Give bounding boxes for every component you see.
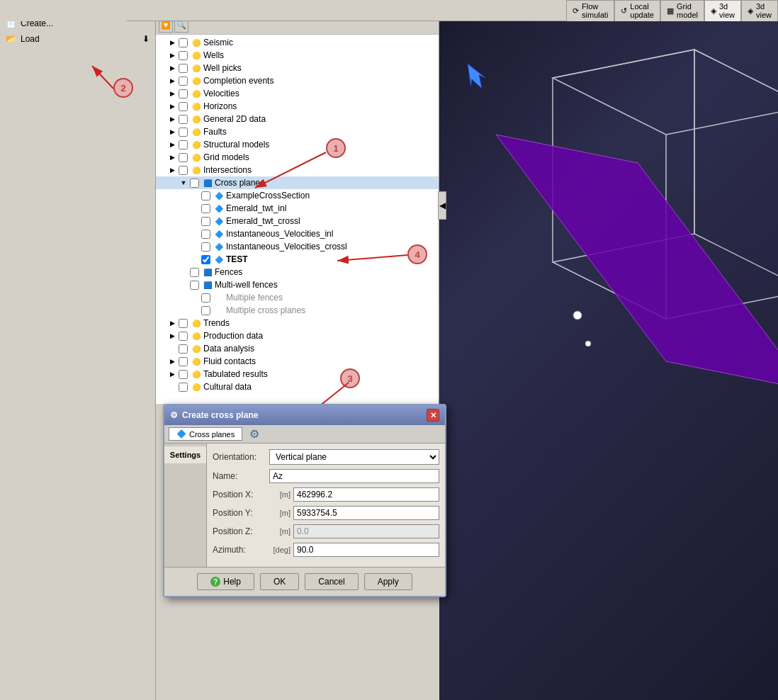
tree-expand-structural[interactable]: ▶ <box>167 140 177 149</box>
tree-item-horizons[interactable]: ▶🟡Horizons <box>156 100 439 113</box>
tree-item-production[interactable]: ▶🟡Production data <box>156 329 439 342</box>
tree-check-analysis[interactable] <box>179 344 188 354</box>
collapse-handle[interactable]: ◀ <box>438 191 446 220</box>
tree-check-fences[interactable] <box>190 268 199 277</box>
ok-button[interactable]: OK <box>260 573 299 590</box>
tree-check-example[interactable] <box>201 191 210 201</box>
tree-item-cultural[interactable]: 🟡Cultural data <box>156 380 439 393</box>
orientation-row: Orientation: Vertical plane <box>213 449 439 465</box>
tree-check-well_picks[interactable] <box>179 64 188 73</box>
tree-item-crossplanes[interactable]: ▼🟦Cross planes <box>156 176 439 189</box>
tree-item-multiwell[interactable]: 🟦Multi-well fences <box>156 278 439 291</box>
tree-expand-completion[interactable]: ▶ <box>167 76 177 86</box>
tree-check-faults[interactable] <box>179 128 188 137</box>
tree-item-emerald_crossl[interactable]: 🔷Emerald_twt_crossl <box>156 215 439 227</box>
tree-check-production[interactable] <box>179 332 188 341</box>
tree-check-instantaneous_inl[interactable] <box>201 230 210 239</box>
tree-expand-faults[interactable]: ▶ <box>167 127 177 137</box>
tab-3d-view-2[interactable]: ◈ 3d view <box>741 0 778 21</box>
orientation-select[interactable]: Vertical plane <box>269 449 439 465</box>
tree-item-fences[interactable]: 🟦Fences <box>156 266 439 278</box>
pos-x-input[interactable] <box>293 487 439 502</box>
dialog-sidebar-settings[interactable]: Settings <box>164 446 206 463</box>
tree-item-structural[interactable]: ▶🟡Structural models <box>156 138 439 151</box>
tree-item-tabulated[interactable]: ▶🟡Tabulated results <box>156 368 439 380</box>
tree-check-structural[interactable] <box>179 140 188 149</box>
tree-item-general2d[interactable]: ▶🟡General 2D data <box>156 113 439 125</box>
tab-3d-view-1[interactable]: ◈ 3d view <box>704 0 741 21</box>
tree-check-test[interactable] <box>201 255 210 264</box>
tree-expand-seismic[interactable]: ▶ <box>167 38 177 47</box>
tree-expand-general2d[interactable]: ▶ <box>167 114 177 124</box>
tree-check-fluid[interactable] <box>179 357 188 366</box>
tree-item-fluid[interactable]: ▶🟡Fluid contacts <box>156 355 439 368</box>
tree-expand-production[interactable]: ▶ <box>167 331 177 341</box>
tree-check-emerald_inl[interactable] <box>201 204 210 213</box>
tab-local-update[interactable]: ↺ Local update <box>614 0 660 21</box>
tree-expand-fluid[interactable]: ▶ <box>167 356 177 366</box>
tree-check-tabulated[interactable] <box>179 370 188 379</box>
apply-button[interactable]: Apply <box>364 573 412 590</box>
name-input[interactable] <box>269 469 439 483</box>
tree-check-gridmodels[interactable] <box>179 153 188 162</box>
azimuth-input[interactable] <box>293 543 439 557</box>
tree-check-completion[interactable] <box>179 77 188 86</box>
tree-check-seismic[interactable] <box>179 38 188 47</box>
tree-expand-gridmodels[interactable]: ▶ <box>167 152 177 162</box>
tree-expand-tabulated[interactable]: ▶ <box>167 369 177 379</box>
tree-check-multiplecross[interactable] <box>201 306 210 315</box>
tree-check-intersections[interactable] <box>179 166 188 175</box>
tree-expand-intersections[interactable]: ▶ <box>167 165 177 175</box>
tree-item-trends[interactable]: ▶🟡Trends <box>156 317 439 329</box>
tab-flow-sim[interactable]: ⟳ Flow simulati <box>566 0 614 21</box>
tree-item-test[interactable]: 🔷TEST <box>156 253 439 266</box>
tree-expand-velocities[interactable]: ▶ <box>167 89 177 98</box>
local-update-label: Local update <box>630 2 654 19</box>
cancel-button[interactable]: Cancel <box>305 573 358 590</box>
tree-expand-crossplanes[interactable]: ▼ <box>179 178 188 188</box>
tree-check-crossplanes[interactable] <box>190 179 199 188</box>
tree-item-intersections[interactable]: ▶🟡Intersections <box>156 164 439 176</box>
tree-item-gridmodels[interactable]: ▶🟡Grid models <box>156 151 439 164</box>
tree-item-completion[interactable]: ▶🟡Completion events <box>156 74 439 87</box>
dialog-settings-gear-icon[interactable]: ⚙ <box>249 427 259 441</box>
tree-check-instantaneous_crossl[interactable] <box>201 242 210 252</box>
tree-check-emerald_crossl[interactable] <box>201 217 210 226</box>
tree-check-cultural[interactable] <box>179 383 188 392</box>
tree-check-wells[interactable] <box>179 51 188 60</box>
tree-check-trends[interactable] <box>179 319 188 328</box>
tree-expand-horizons[interactable]: ▶ <box>167 101 177 111</box>
tree-item-seismic[interactable]: ▶🟡Seismic <box>156 36 439 49</box>
tree-check-horizons[interactable] <box>179 102 188 111</box>
tree-item-well_picks[interactable]: ▶🟡Well picks <box>156 62 439 74</box>
callout-3: 3 <box>340 368 360 388</box>
tree-item-velocities[interactable]: ▶🟡Velocities <box>156 87 439 100</box>
tree-item-emerald_inl[interactable]: 🔷Emerald_twt_inl <box>156 202 439 215</box>
load-action[interactable]: 📂 Load ⬇ <box>0 31 155 47</box>
tree-check-velocities[interactable] <box>179 89 188 98</box>
azimuth-unit: [deg] <box>269 546 291 554</box>
tree-item-example[interactable]: 🔷ExampleCrossSection <box>156 189 439 202</box>
dialog-tab-crossplanes[interactable]: 🔷 Cross planes <box>169 427 242 441</box>
tree-item-instantaneous_crossl[interactable]: 🔷Instantaneous_Velocities_crossl <box>156 240 439 253</box>
viewport-3d[interactable] <box>439 21 778 700</box>
tree-expand-well_picks[interactable]: ▶ <box>167 63 177 73</box>
dialog-tab-icon: 🔷 <box>176 429 186 439</box>
tree-expand-wells[interactable]: ▶ <box>167 50 177 60</box>
tree-expand-trends[interactable]: ▶ <box>167 318 177 328</box>
tree-item-wells[interactable]: ▶🟡Wells <box>156 49 439 62</box>
tree-check-multiwell[interactable] <box>190 281 199 290</box>
dialog-close-button[interactable]: ✕ <box>427 409 439 422</box>
tab-grid-model[interactable]: ▦ Grid model <box>660 0 704 21</box>
tree-item-multiplefences[interactable]: Multiple fences <box>156 291 439 304</box>
pos-y-input[interactable] <box>293 506 439 520</box>
tree-check-multiplefences[interactable] <box>201 293 210 303</box>
tree-item-multiplecross[interactable]: Multiple cross planes <box>156 304 439 317</box>
tree-item-faults[interactable]: ▶🟡Faults <box>156 125 439 138</box>
tree-check-general2d[interactable] <box>179 115 188 124</box>
dialog-overlay: ⚙ Create cross plane ✕ 🔷 Cross planes ⚙ … <box>163 404 446 597</box>
grid-model-label: Grid model <box>677 2 698 19</box>
tree-item-analysis[interactable]: 🟡Data analysis <box>156 342 439 355</box>
tree-item-instantaneous_inl[interactable]: 🔷Instantaneous_Velocities_inl <box>156 227 439 240</box>
help-button[interactable]: ? Help <box>197 573 254 590</box>
